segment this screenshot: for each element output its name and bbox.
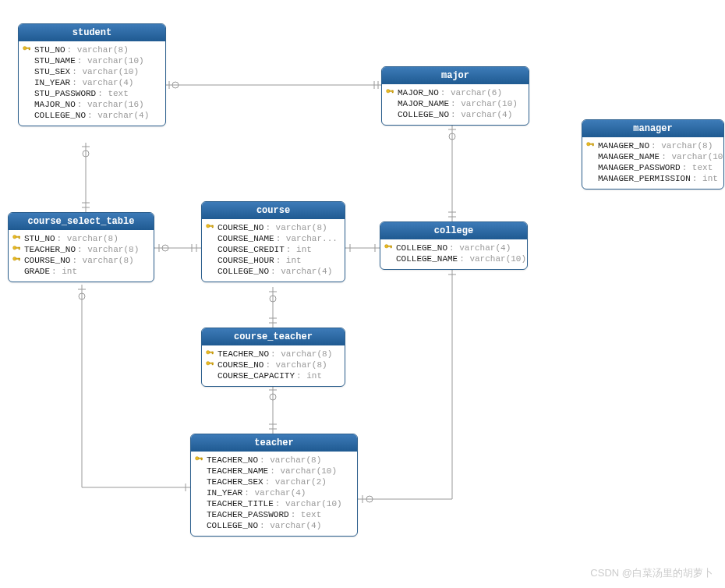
entity-college[interactable]: collegeCOLLEGE_NO: varchar(4)COLLEGE_NAM…: [380, 221, 528, 270]
field-name: COLLEGE_NO: [396, 243, 447, 253]
field-type: : varchar(10): [72, 67, 139, 76]
field-name: TEACHER_NO: [207, 455, 258, 465]
field-type: : varchar(4): [271, 267, 332, 276]
field-name: COURSE_NO: [24, 256, 70, 265]
field-row: STU_PASSWORD: text: [22, 88, 161, 99]
svg-point-0: [172, 82, 179, 88]
field-type: : varchar(4): [87, 111, 149, 120]
entity-title: teacher: [191, 434, 357, 452]
entity-course_select_table[interactable]: course_select_tableSTU_NO: varchar(8)TEA…: [8, 212, 154, 282]
entity-title: course_teacher: [202, 328, 345, 345]
field-row: COLLEGE_NO: varchar(4): [22, 110, 161, 121]
entity-fields: COURSE_NO: varchar(8)COURSE_NAME: varcha…: [202, 219, 345, 282]
primary-key-icon: [12, 256, 23, 265]
svg-rect-28: [212, 225, 214, 228]
field-name: COURSE_CREDIT: [218, 245, 285, 254]
entity-course_teacher[interactable]: course_teacherTEACHER_NO: varchar(8)COUR…: [201, 328, 345, 387]
field-row: COLLEGE_NO: varchar(4): [205, 266, 340, 277]
field-type: : varchar(8): [271, 349, 332, 359]
field-name: TEACHER_NO: [218, 349, 269, 359]
field-name: COLLEGE_NO: [398, 110, 449, 119]
field-row: COURSE_NAME: varchar...: [205, 233, 340, 244]
entity-title: major: [382, 67, 529, 84]
primary-key-icon: [205, 360, 216, 370]
field-row: COLLEGE_NAME: varchar(10): [384, 253, 522, 264]
field-type: : text: [291, 510, 322, 519]
field-row: COLLEGE_NO: varchar(4): [385, 109, 524, 120]
field-type: : varchar(4): [449, 243, 511, 253]
field-row: TEACHER_SEX: varchar(2): [194, 476, 352, 487]
field-row: COURSE_NO: varchar(8): [12, 255, 149, 266]
field-type: : varchar...: [276, 234, 338, 243]
svg-point-2: [449, 133, 455, 140]
field-row: GRADE: int: [12, 266, 149, 277]
field-type: : varchar(4): [260, 521, 321, 530]
field-row: TEACHER_NAME: varchar(10): [194, 466, 352, 476]
field-name: MANAGER_NAME: [598, 152, 660, 161]
field-row: MANAGER_NAME: varchar(10): [585, 151, 719, 162]
primary-key-icon: [12, 234, 23, 243]
field-name: MANAGER_PASSWORD: [598, 163, 681, 172]
field-name: COURSE_CAPACITY: [218, 371, 295, 381]
field-name: MANAGER_PERMISSION: [598, 174, 691, 183]
svg-rect-16: [592, 143, 594, 146]
field-row: TEACHER_NO: varchar(8): [194, 455, 352, 466]
field-type: : int: [51, 267, 77, 276]
entity-teacher[interactable]: teacherTEACHER_NO: varchar(8)TEACHER_NAM…: [190, 434, 358, 537]
field-name: COLLEGE_NO: [218, 267, 269, 276]
field-type: : varchar(10): [661, 152, 724, 161]
svg-rect-31: [391, 246, 392, 248]
svg-point-4: [270, 296, 276, 302]
field-name: COLLEGE_NO: [207, 521, 258, 530]
field-row: IN_YEAR: varchar(4): [22, 77, 161, 88]
field-row: TEACHER_TITLE: varchar(10): [194, 498, 352, 509]
field-type: : varchar(8): [67, 45, 129, 55]
field-type: : int: [692, 174, 718, 183]
svg-point-7: [366, 496, 373, 502]
field-name: IN_YEAR: [34, 78, 70, 87]
field-row: IN_YEAR: varchar(4): [194, 487, 352, 498]
svg-point-1: [83, 151, 89, 157]
primary-key-icon: [12, 245, 23, 254]
primary-key-icon: [205, 349, 216, 359]
rel-teacher-college: [358, 270, 452, 499]
svg-rect-19: [19, 236, 20, 239]
field-row: COURSE_CREDIT: int: [205, 244, 340, 255]
field-row: MAJOR_NO: varchar(6): [385, 87, 524, 98]
field-type: : varchar(8): [265, 223, 327, 232]
field-name: TEACHER_NAME: [207, 466, 268, 476]
field-type: : varchar(4): [244, 488, 306, 498]
field-row: MAJOR_NO: varchar(16): [22, 99, 161, 110]
field-row: MANAGER_NO: varchar(8): [585, 140, 719, 151]
field-row: COLLEGE_NO: varchar(4): [194, 520, 352, 531]
field-name: COURSE_NAME: [218, 234, 274, 243]
field-name: STU_NO: [34, 45, 65, 55]
field-type: : varchar(4): [72, 78, 133, 87]
field-row: COURSE_NO: varchar(8): [205, 360, 340, 370]
svg-point-3: [162, 245, 168, 251]
field-row: COURSE_CAPACITY: int: [205, 370, 340, 381]
entity-course[interactable]: courseCOURSE_NO: varchar(8)COURSE_NAME: …: [201, 201, 345, 282]
primary-key-icon: [205, 223, 216, 232]
primary-key-icon: [585, 141, 596, 151]
field-type: : varchar(2): [265, 477, 327, 487]
field-type: : varchar(10): [77, 56, 144, 66]
entity-title: student: [19, 24, 165, 41]
entity-fields: TEACHER_NO: varchar(8)TEACHER_NAME: varc…: [191, 452, 357, 536]
field-name: TEACHER_SEX: [207, 477, 263, 487]
field-type: : int: [276, 256, 302, 265]
field-type: : text: [97, 89, 129, 98]
field-name: IN_YEAR: [207, 488, 242, 498]
field-row: MANAGER_PERMISSION: int: [585, 173, 719, 184]
field-name: COURSE_NO: [218, 223, 263, 232]
entity-manager[interactable]: managerMANAGER_NO: varchar(8)MANAGER_NAM…: [582, 119, 724, 190]
field-row: COURSE_HOUR: int: [205, 255, 340, 266]
field-row: COLLEGE_NO: varchar(4): [384, 243, 522, 253]
field-type: : varchar(8): [265, 360, 327, 370]
primary-key-icon: [384, 243, 394, 253]
entity-major[interactable]: majorMAJOR_NO: varchar(6)MAJOR_NAME: var…: [381, 66, 529, 126]
entity-student[interactable]: studentSTU_NO: varchar(8)STU_NAME: varch…: [18, 23, 166, 126]
field-type: : varchar(10): [459, 254, 526, 264]
watermark-text: CSDN @白菜汤里的胡萝卜: [590, 566, 713, 580]
primary-key-icon: [22, 45, 33, 55]
